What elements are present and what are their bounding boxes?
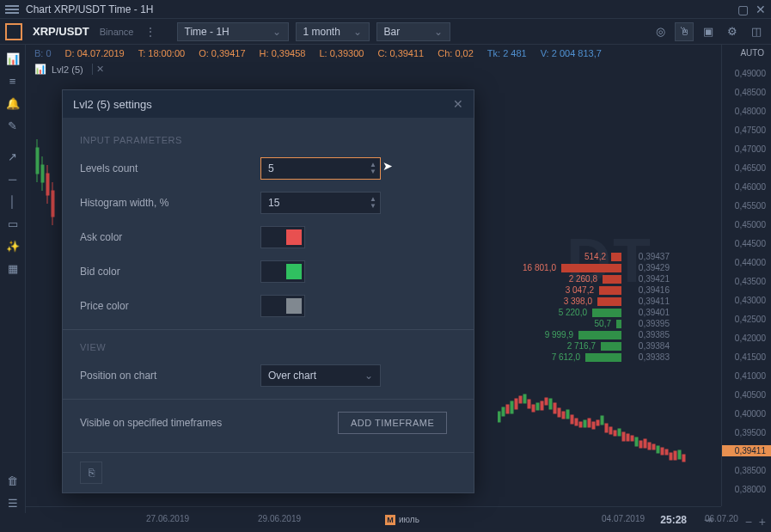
mouse-icon[interactable]: 🖱 — [675, 22, 694, 41]
histogram-width-input[interactable]: 15 ▲▼ — [260, 192, 381, 214]
timeframe-select[interactable]: Time - 1H⌄ — [177, 22, 289, 41]
book-ask-row: 3 047,20,39416 — [505, 284, 670, 296]
price-color-picker[interactable] — [260, 295, 305, 317]
svg-rect-35 — [592, 422, 595, 429]
svg-rect-20 — [678, 450, 681, 459]
svg-rect-22 — [515, 399, 517, 409]
book-bid-row: 50,70,39395 — [505, 318, 670, 329]
svg-rect-30 — [562, 412, 565, 419]
svg-rect-23 — [519, 396, 522, 403]
svg-rect-14 — [566, 410, 569, 419]
gear-icon[interactable]: ⚙ — [723, 22, 742, 41]
bid-color-label: Bid color — [80, 266, 260, 278]
period-select[interactable]: 1 month⌄ — [296, 22, 370, 41]
close-window-icon[interactable]: ✕ — [756, 3, 766, 16]
svg-rect-29 — [558, 408, 560, 417]
price-axis-auto[interactable]: AUTO — [740, 48, 764, 58]
svg-rect-43 — [639, 441, 642, 448]
add-timeframe-button[interactable]: ADD TIMEFRAME — [338, 412, 447, 434]
svg-rect-9 — [502, 407, 505, 416]
svg-rect-44 — [644, 439, 646, 448]
camera-icon[interactable]: ▣ — [699, 22, 718, 41]
hline-icon[interactable]: ─ — [3, 168, 23, 189]
trendline-icon[interactable]: ↗ — [3, 146, 23, 167]
svg-rect-41 — [627, 434, 629, 441]
table-icon[interactable]: ▦ — [3, 258, 23, 278]
svg-rect-25 — [532, 405, 535, 412]
time-axis[interactable]: 27.06.201929.06.201904.07.201906.07.20 M… — [26, 506, 721, 532]
vline-icon[interactable]: │ — [3, 191, 23, 211]
price-tick: 0,43500 — [735, 277, 766, 286]
indicator-close-icon[interactable]: ✕ — [92, 64, 107, 75]
window-title: Chart XRP/USDT Time - 1H — [26, 3, 737, 15]
price-tick: 0,45000 — [735, 220, 766, 229]
trash-icon[interactable]: 🗑 — [3, 470, 23, 491]
svg-rect-11 — [523, 394, 526, 403]
ask-color-picker[interactable] — [260, 226, 305, 248]
price-tick: 0,48500 — [735, 88, 766, 97]
levels-count-input[interactable]: 5 ▲▼ — [260, 157, 381, 180]
month-marker-icon: M — [385, 515, 395, 525]
price-axis[interactable]: AUTO 0,490000,485000,480000,475000,47000… — [721, 45, 771, 506]
dialog-close-icon[interactable]: ✕ — [453, 97, 463, 111]
svg-rect-33 — [579, 422, 582, 427]
svg-rect-17 — [618, 429, 621, 436]
layers-icon[interactable]: ≡ — [3, 70, 23, 91]
list-icon[interactable]: ☰ — [3, 492, 23, 513]
svg-rect-36 — [597, 420, 599, 425]
price-tick: 0,47000 — [735, 144, 766, 154]
stepper-down-icon[interactable]: ▼ — [370, 168, 376, 175]
svg-rect-24 — [528, 400, 530, 408]
time-tick: 29.06.2019 — [258, 514, 301, 523]
indicators-icon[interactable]: 📊 — [3, 48, 23, 69]
bid-color-picker[interactable] — [260, 260, 305, 283]
book-ask-row: 3 398,00,39411 — [505, 296, 670, 307]
svg-rect-42 — [631, 436, 633, 441]
zoom-out-icon[interactable]: − — [745, 515, 752, 529]
price-tick: 0,42000 — [735, 333, 766, 343]
magic-icon[interactable]: ✨ — [3, 235, 23, 256]
chart-style-select[interactable]: Bar⌄ — [376, 22, 450, 41]
alert-icon[interactable]: 🔔 — [3, 93, 23, 113]
rect-icon[interactable]: ▭ — [3, 213, 23, 234]
indicator-name[interactable]: Lvl2 (5) — [52, 64, 83, 75]
app-logo-icon — [5, 23, 22, 40]
level2-book: 514,20,3943716 801,00,394292 260,80,3942… — [505, 251, 670, 363]
symbol-menu-icon[interactable]: ⋮ — [141, 25, 160, 39]
position-on-chart-select[interactable]: Over chart⌄ — [260, 364, 381, 387]
price-tick: 0,41000 — [735, 371, 766, 381]
price-tick: 0,40500 — [735, 390, 766, 400]
section-input-params: INPUT PARAMETERS — [80, 135, 456, 145]
edit-icon[interactable]: ✎ — [3, 115, 23, 136]
price-tick: 0,38000 — [735, 485, 766, 494]
levels-count-label: Levels count — [80, 162, 260, 174]
maximize-icon[interactable]: ▢ — [737, 3, 749, 16]
svg-rect-8 — [498, 412, 500, 422]
price-tick: 0,47500 — [735, 125, 766, 135]
scroll-right-icon[interactable]: ⇥ — [704, 514, 713, 526]
svg-rect-15 — [584, 420, 586, 427]
main-menu-icon[interactable] — [5, 3, 19, 16]
svg-rect-16 — [601, 416, 603, 425]
book-ask-row: 514,20,39437 — [505, 251, 670, 262]
copy-settings-icon[interactable]: ⎘ — [80, 462, 102, 484]
price-tick: 0,41500 — [735, 352, 766, 362]
price-tick: 0,42500 — [735, 315, 766, 324]
book-ask-row: 2 260,80,39421 — [505, 273, 670, 284]
price-tick: 0,44000 — [735, 258, 766, 267]
svg-rect-12 — [536, 403, 539, 410]
current-price-label: 0,39411 — [722, 445, 771, 456]
search-icon[interactable]: ◎ — [651, 22, 670, 41]
visible-timeframes-label: Visible on specified timeframes — [80, 417, 338, 429]
zoom-in-icon[interactable]: + — [759, 515, 766, 529]
symbol-label[interactable]: XRP/USDT — [33, 25, 89, 38]
stepper-down-icon[interactable]: ▼ — [370, 203, 376, 210]
price-tick: 0,44500 — [735, 239, 766, 248]
svg-rect-51 — [682, 455, 685, 462]
svg-rect-48 — [665, 449, 668, 455]
exchange-label: Binance — [100, 27, 134, 37]
layout-icon[interactable]: ◫ — [747, 22, 766, 41]
indicator-icon: 📊 — [34, 64, 46, 75]
price-tick: 0,40000 — [735, 409, 766, 419]
svg-rect-13 — [549, 399, 552, 409]
